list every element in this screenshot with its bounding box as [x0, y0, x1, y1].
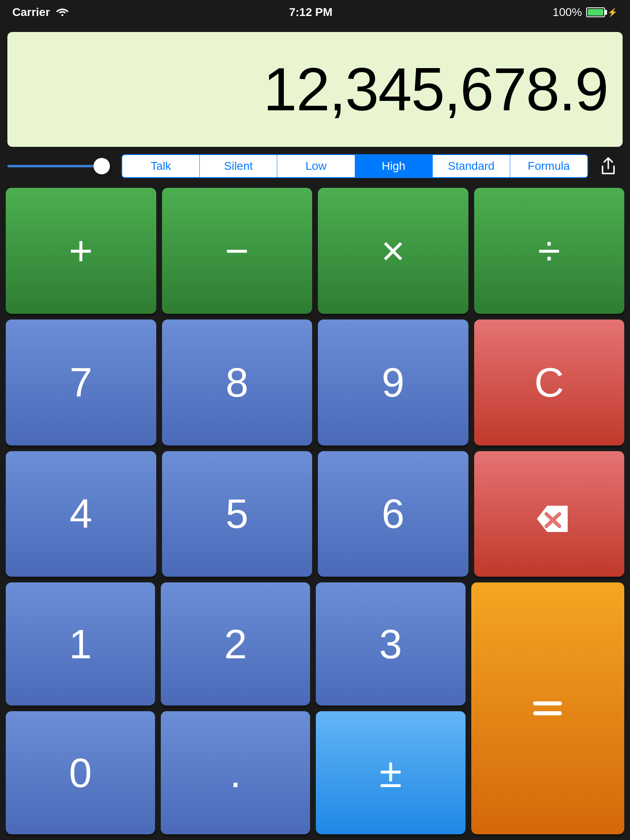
tab-low[interactable]: Low	[277, 155, 355, 177]
three-button[interactable]: 3	[316, 582, 465, 705]
six-button[interactable]: 6	[318, 451, 468, 577]
battery-icon: ⚡	[586, 7, 618, 17]
zero-button[interactable]: 0	[6, 711, 155, 834]
controls-row: Talk Silent Low High Standard Formula	[0, 147, 630, 178]
battery-percentage: 100%	[552, 6, 582, 19]
calculator-display: 12,345,678.9	[7, 32, 623, 147]
multiply-button[interactable]: ×	[318, 188, 468, 314]
plusminus-button[interactable]: ±	[316, 711, 465, 834]
slider-track	[7, 165, 102, 167]
divide-button[interactable]: ÷	[474, 188, 625, 314]
five-button[interactable]: 5	[162, 451, 313, 577]
tab-formula[interactable]: Formula	[510, 155, 587, 177]
status-bar: Carrier 7:12 PM 100% ⚡	[0, 0, 630, 25]
keypad: + − × ÷ 7 8 9 C 4 5	[0, 182, 630, 840]
carrier-label: Carrier	[12, 6, 50, 19]
mode-tabs: Talk Silent Low High Standard Formula	[121, 154, 588, 178]
charging-bolt-icon: ⚡	[607, 7, 618, 17]
clear-button[interactable]: C	[474, 320, 625, 445]
slider-thumb[interactable]	[94, 158, 110, 174]
status-time: 7:12 PM	[289, 6, 333, 19]
operator-row: + − × ÷	[6, 188, 624, 314]
tab-standard[interactable]: Standard	[433, 155, 510, 177]
backspace-button[interactable]	[474, 451, 625, 577]
share-button[interactable]	[594, 154, 623, 178]
volume-slider[interactable]	[7, 156, 114, 176]
tab-silent[interactable]: Silent	[200, 155, 277, 177]
plus-button[interactable]: +	[6, 188, 156, 314]
row-789c: 7 8 9 C	[6, 320, 624, 445]
minus-button[interactable]: −	[162, 188, 313, 314]
equals-button[interactable]	[471, 582, 625, 834]
tab-talk[interactable]: Talk	[122, 155, 200, 177]
one-button[interactable]: 1	[6, 582, 155, 705]
svg-point-0	[61, 14, 63, 16]
status-left: Carrier	[12, 6, 69, 19]
backspace-icon	[527, 498, 572, 530]
equals-icon	[533, 701, 562, 715]
seven-button[interactable]: 7	[6, 320, 156, 445]
status-right: 100% ⚡	[552, 6, 618, 19]
two-button[interactable]: 2	[161, 582, 310, 705]
four-button[interactable]: 4	[6, 451, 156, 577]
row-456bs: 4 5 6	[6, 451, 624, 577]
wifi-icon	[56, 6, 69, 19]
dot-button[interactable]: .	[161, 711, 310, 834]
display-value: 12,345,678.9	[263, 59, 608, 120]
tab-high[interactable]: High	[355, 155, 433, 177]
nine-button[interactable]: 9	[318, 320, 468, 445]
bottom-rows: 1230.±	[6, 582, 624, 834]
eight-button[interactable]: 8	[162, 320, 313, 445]
